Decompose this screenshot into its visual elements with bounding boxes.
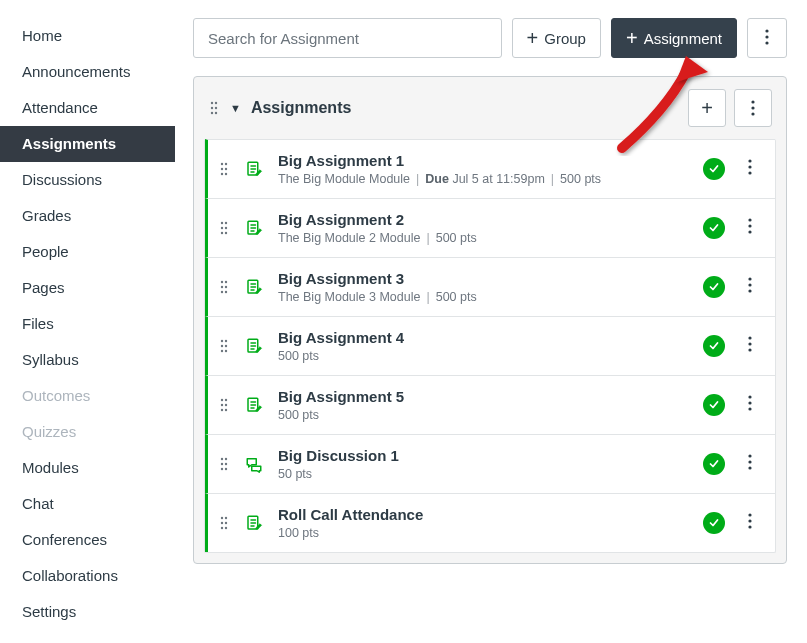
svg-point-49 xyxy=(748,336,751,339)
search-input[interactable] xyxy=(193,18,502,58)
row-more-button[interactable] xyxy=(739,159,761,179)
assignment-icon xyxy=(244,514,264,532)
nav-item-outcomes[interactable]: Outcomes xyxy=(0,378,175,414)
published-badge[interactable] xyxy=(703,276,725,298)
row-more-button[interactable] xyxy=(739,513,761,533)
assignment-points: 100 pts xyxy=(278,526,319,540)
assignment-title[interactable]: Big Assignment 5 xyxy=(278,388,689,405)
svg-point-39 xyxy=(748,277,751,280)
plus-icon: + xyxy=(527,28,539,48)
svg-point-68 xyxy=(748,454,751,457)
svg-point-12 xyxy=(221,163,223,165)
svg-point-73 xyxy=(221,522,223,524)
published-badge[interactable] xyxy=(703,158,725,180)
drag-handle-icon[interactable] xyxy=(218,161,230,177)
drag-handle-icon[interactable] xyxy=(218,456,230,472)
assignment-body: Big Assignment 2The Big Module 2 Module|… xyxy=(278,211,689,245)
nav-item-conferences[interactable]: Conferences xyxy=(0,522,175,558)
svg-point-56 xyxy=(221,409,223,411)
svg-point-26 xyxy=(221,232,223,234)
assignment-row[interactable]: Big Assignment 5500 pts xyxy=(205,375,775,434)
nav-item-announcements[interactable]: Announcements xyxy=(0,54,175,90)
assignment-icon xyxy=(244,219,264,237)
svg-point-80 xyxy=(748,525,751,528)
assignment-points: 500 pts xyxy=(436,290,477,304)
svg-point-35 xyxy=(225,286,227,288)
nav-item-quizzes[interactable]: Quizzes xyxy=(0,414,175,450)
assignment-meta: 50 pts xyxy=(278,467,689,481)
assignment-title[interactable]: Big Assignment 3 xyxy=(278,270,689,287)
nav-item-assignments[interactable]: Assignments xyxy=(0,126,175,162)
drag-handle-icon[interactable] xyxy=(218,515,230,531)
svg-point-9 xyxy=(751,100,754,103)
nav-item-people[interactable]: People xyxy=(0,234,175,270)
published-badge[interactable] xyxy=(703,512,725,534)
drag-handle-icon[interactable] xyxy=(208,100,220,116)
nav-item-files[interactable]: Files xyxy=(0,306,175,342)
meta-separator: | xyxy=(416,172,419,186)
row-more-button[interactable] xyxy=(739,277,761,297)
assignment-module: The Big Module Module xyxy=(278,172,410,186)
nav-item-modules[interactable]: Modules xyxy=(0,450,175,486)
svg-point-27 xyxy=(225,232,227,234)
svg-point-63 xyxy=(225,458,227,460)
group-more-button[interactable] xyxy=(734,89,772,127)
assignment-points: 500 pts xyxy=(278,408,319,422)
group-header: ▼ Assignments + xyxy=(194,77,786,139)
toolbar-more-button[interactable] xyxy=(747,18,787,58)
svg-point-50 xyxy=(748,342,751,345)
nav-item-collaborations[interactable]: Collaborations xyxy=(0,558,175,594)
assignment-title[interactable]: Big Discussion 1 xyxy=(278,447,689,464)
collapse-caret-icon[interactable]: ▼ xyxy=(230,102,241,114)
nav-item-pages[interactable]: Pages xyxy=(0,270,175,306)
assignment-icon xyxy=(244,396,264,414)
nav-item-discussions[interactable]: Discussions xyxy=(0,162,175,198)
assignment-title[interactable]: Big Assignment 2 xyxy=(278,211,689,228)
assignment-row[interactable]: Roll Call Attendance100 pts xyxy=(205,493,775,552)
assignment-row[interactable]: Big Assignment 2The Big Module 2 Module|… xyxy=(205,198,775,257)
svg-point-11 xyxy=(751,112,754,115)
assignment-row[interactable]: Big Discussion 150 pts xyxy=(205,434,775,493)
nav-item-syllabus[interactable]: Syllabus xyxy=(0,342,175,378)
svg-point-69 xyxy=(748,460,751,463)
drag-handle-icon[interactable] xyxy=(218,279,230,295)
svg-point-40 xyxy=(748,283,751,286)
nav-item-home[interactable]: Home xyxy=(0,18,175,54)
svg-point-57 xyxy=(225,409,227,411)
svg-point-70 xyxy=(748,466,751,469)
assignment-due: Due Jul 5 at 11:59pm xyxy=(425,172,545,186)
add-assignment-button[interactable]: + Assignment xyxy=(611,18,737,58)
row-more-button[interactable] xyxy=(739,454,761,474)
svg-point-42 xyxy=(221,340,223,342)
assignment-title[interactable]: Big Assignment 1 xyxy=(278,152,689,169)
assignment-row[interactable]: Big Assignment 3The Big Module 3 Module|… xyxy=(205,257,775,316)
svg-point-22 xyxy=(221,222,223,224)
assignment-row[interactable]: Big Assignment 1The Big Module Module|Du… xyxy=(205,139,775,198)
group-add-button[interactable]: + xyxy=(688,89,726,127)
add-group-button[interactable]: + Group xyxy=(512,18,601,58)
nav-item-chat[interactable]: Chat xyxy=(0,486,175,522)
row-more-button[interactable] xyxy=(739,395,761,415)
nav-item-attendance[interactable]: Attendance xyxy=(0,90,175,126)
svg-point-1 xyxy=(765,35,768,38)
published-badge[interactable] xyxy=(703,453,725,475)
row-more-button[interactable] xyxy=(739,336,761,356)
nav-item-settings[interactable]: Settings xyxy=(0,594,175,630)
drag-handle-icon[interactable] xyxy=(218,220,230,236)
plus-icon: + xyxy=(626,28,638,48)
svg-point-34 xyxy=(221,286,223,288)
svg-point-76 xyxy=(225,527,227,529)
dots-vertical-icon xyxy=(765,29,769,47)
svg-point-24 xyxy=(221,227,223,229)
published-badge[interactable] xyxy=(703,335,725,357)
drag-handle-icon[interactable] xyxy=(218,338,230,354)
row-more-button[interactable] xyxy=(739,218,761,238)
assignment-title[interactable]: Big Assignment 4 xyxy=(278,329,689,346)
published-badge[interactable] xyxy=(703,217,725,239)
drag-handle-icon[interactable] xyxy=(218,397,230,413)
assignment-row[interactable]: Big Assignment 4500 pts xyxy=(205,316,775,375)
published-badge[interactable] xyxy=(703,394,725,416)
svg-point-47 xyxy=(225,350,227,352)
nav-item-grades[interactable]: Grades xyxy=(0,198,175,234)
assignment-title[interactable]: Roll Call Attendance xyxy=(278,506,689,523)
